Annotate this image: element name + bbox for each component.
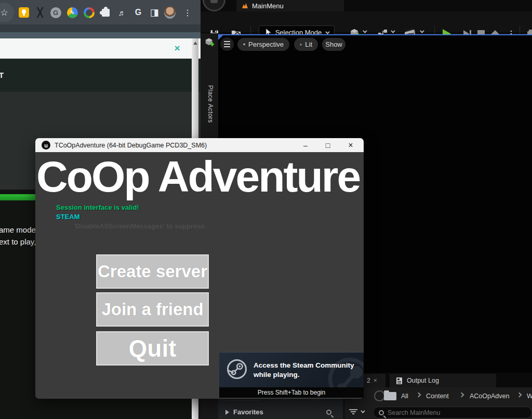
- sidebar-extension-icon[interactable]: ◨: [149, 7, 160, 18]
- x-extension-icon[interactable]: ╳: [34, 7, 46, 18]
- favorites-section-header[interactable]: Favorites: [218, 405, 343, 419]
- minimize-button[interactable]: –: [298, 138, 313, 152]
- page-snippet-line1: ame mode: [0, 225, 36, 234]
- favorites-search-icon[interactable]: [326, 410, 331, 415]
- breadcrumb-acoopadven[interactable]: ACoOpAdven: [470, 393, 509, 400]
- game-window-titlebar[interactable]: u TCoOpAdventure (64-bit DebugGame PCD3D…: [35, 138, 364, 152]
- profile-avatar[interactable]: [164, 7, 176, 18]
- tab-output-log-label: Output Log: [407, 377, 439, 384]
- music-queue-extension-icon[interactable]: ♬: [116, 7, 128, 18]
- perspective-cube-icon: [243, 41, 245, 48]
- debug-message-session: Session interface is valid!: [56, 204, 139, 211]
- widget-blueprint-icon: [242, 3, 248, 9]
- perspective-label: Perspective: [248, 40, 284, 48]
- editor-toolbar: Selection Mode: [201, 11, 532, 33]
- search-icon: [379, 410, 384, 415]
- tab-close-icon[interactable]: ×: [374, 377, 377, 384]
- perspective-dropdown[interactable]: Perspective: [237, 38, 289, 51]
- folder-icon: [384, 392, 396, 400]
- game-title-heading: CoOp Adventure: [36, 153, 360, 200]
- debug-message-suppress: 'DisableAllScreenMessages' to suppress: [74, 222, 205, 230]
- tab-partial-label: 2: [367, 377, 370, 384]
- asset-search-field[interactable]: [373, 407, 532, 418]
- bookmark-star-icon[interactable]: ☆: [0, 7, 10, 18]
- google-g-icon[interactable]: G: [132, 7, 144, 18]
- favorites-label: Favorites: [233, 408, 263, 416]
- page-snippet-line2: ext to play,: [0, 237, 36, 246]
- viewport-active-border: [218, 34, 532, 35]
- place-actors-label: Place Actors: [207, 85, 214, 123]
- page-top-band: [0, 32, 201, 38]
- place-actors-cube-icon: [204, 37, 215, 48]
- tab-mainmenu[interactable]: MainMenu: [236, 0, 344, 11]
- breadcrumb-chevron-icon: [459, 393, 464, 398]
- output-log-icon: [396, 377, 403, 385]
- filter-funnel-icon[interactable]: [349, 409, 357, 415]
- screen: ☆ ╳ G ♬ G ◨ ⋮ × T ame mode ext to play,: [0, 0, 532, 419]
- lit-label: Lit: [305, 40, 312, 48]
- game-window-title: TCoOpAdventure (64-bit DebugGame PCD3D_S…: [55, 142, 207, 149]
- tab-output-log[interactable]: Output Log: [390, 374, 496, 387]
- notice-close-icon[interactable]: ×: [171, 43, 183, 54]
- editor-app-logo-icon[interactable]: [203, 0, 225, 11]
- steam-overlay-toast: Access the Steam Community while playing…: [219, 352, 364, 398]
- debug-message-platform: STEAM: [56, 213, 80, 221]
- partial-settings-icon: [374, 390, 385, 401]
- browser-toolbar-lower-band: [0, 24, 201, 32]
- color-ring-extension-icon[interactable]: [83, 7, 95, 18]
- header-partial-text: T: [0, 71, 4, 79]
- search-input[interactable]: [388, 409, 512, 416]
- lit-dropdown[interactable]: Lit: [294, 38, 318, 51]
- browser-toolbar: ☆ ╳ G ♬ G ◨ ⋮: [0, 0, 201, 24]
- breadcrumb-widgets[interactable]: Widgets: [527, 393, 532, 400]
- breadcrumb-content[interactable]: Content: [426, 393, 449, 400]
- blueprints-chevron-icon[interactable]: [391, 29, 395, 33]
- filter-chevron-icon[interactable]: [361, 409, 365, 413]
- breadcrumb-chevron-icon: [517, 393, 522, 398]
- steam-toast-message: Access the Steam Community while playing…: [254, 361, 360, 380]
- show-label: Show: [325, 40, 342, 48]
- page-dark-header: T: [0, 59, 201, 92]
- scrollbar-up-arrow-icon[interactable]: [193, 42, 197, 45]
- breadcrumb-chevron-icon: [416, 393, 421, 398]
- breadcrumb-all[interactable]: All: [401, 393, 408, 400]
- steam-toast-hint: Press Shift+Tab to begin: [219, 387, 364, 398]
- show-dropdown[interactable]: Show: [322, 38, 345, 51]
- keep-extension-icon[interactable]: [18, 7, 30, 18]
- lit-sphere-icon: [300, 42, 302, 48]
- tab-mainmenu-label: MainMenu: [252, 2, 284, 10]
- docs-extension-icon[interactable]: [66, 7, 78, 18]
- extensions-puzzle-icon[interactable]: [100, 7, 111, 18]
- close-button[interactable]: ×: [343, 138, 358, 152]
- join-friend-button[interactable]: Join a friend: [96, 292, 209, 327]
- steam-logo-icon: [227, 359, 247, 380]
- quit-button[interactable]: Quit: [96, 331, 209, 366]
- maximize-button[interactable]: □: [320, 138, 336, 152]
- chevron-down-icon: [325, 30, 329, 34]
- expand-arrow-icon[interactable]: [225, 410, 229, 415]
- unreal-logo-icon: u: [42, 141, 50, 150]
- create-server-button[interactable]: Create server: [96, 254, 209, 289]
- editor-tab-bar: MainMenu: [201, 0, 532, 11]
- page-notice-card: ×: [0, 38, 201, 59]
- add-actor-chevron-icon[interactable]: [363, 29, 367, 33]
- viewport-menu-button[interactable]: [220, 37, 234, 51]
- browser-menu-dots-icon[interactable]: ⋮: [182, 7, 193, 18]
- gray-g-extension-icon[interactable]: G: [50, 7, 61, 18]
- cinematics-chevron-icon[interactable]: [420, 29, 424, 33]
